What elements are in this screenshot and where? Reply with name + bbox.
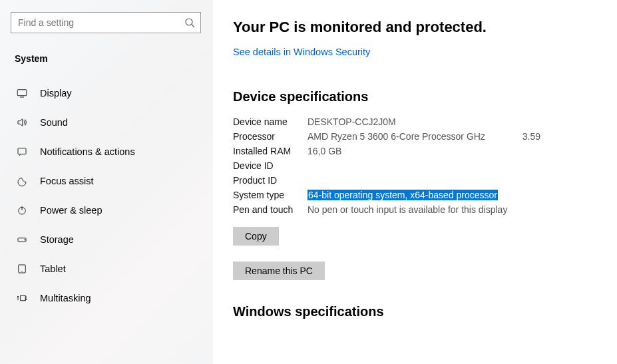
windows-security-link[interactable]: See details in Windows Security [233,47,370,57]
spec-label-device-name: Device name [233,116,308,127]
section-heading: System [15,53,202,64]
nav-label: Display [40,88,72,98]
power-icon [15,203,29,218]
svg-rect-5 [18,148,26,154]
settings-content: Your PC is monitored and protected. See … [213,0,617,364]
focus-assist-icon [15,174,29,188]
notifications-icon [15,144,29,159]
spec-extra-processor: 3.59 [501,131,540,142]
spec-value-ram: 16,0 GB [308,146,501,156]
tablet-icon [15,262,29,276]
spec-label-ram: Installed RAM [233,146,308,156]
search-container[interactable] [11,12,201,33]
spec-value-device-id [308,160,501,171]
nav-label: Focus assist [40,176,94,186]
svg-marker-4 [18,119,23,126]
spec-label-processor: Processor [233,131,308,142]
nav-item-multitasking[interactable]: Multitasking [11,283,202,313]
svg-rect-15 [21,295,26,301]
spec-value-processor: AMD Ryzen 5 3600 6-Core Processor GHz [308,131,501,142]
svg-point-0 [186,19,192,25]
nav-label: Notifications & actions [40,146,135,157]
settings-sidebar: System Display Sound Notifications & act… [0,0,213,364]
nav-label: Storage [40,234,74,245]
copy-button[interactable]: Copy [233,227,279,246]
spec-value-pen-touch: No pen or touch input is available for t… [308,204,540,215]
svg-point-9 [25,240,25,240]
rename-pc-button[interactable]: Rename this PC [233,262,325,280]
search-input[interactable] [17,17,184,29]
device-spec-heading: Device specifications [233,89,597,104]
svg-line-1 [192,25,194,27]
nav-item-focus-assist[interactable]: Focus assist [11,166,202,196]
svg-rect-2 [17,90,27,96]
nav-list: Display Sound Notifications & actions Fo… [11,79,202,313]
nav-item-display[interactable]: Display [11,79,202,108]
nav-item-tablet[interactable]: Tablet [11,254,202,283]
spec-value-system-type: 64-bit operating system, x64-based proce… [308,190,501,200]
nav-label: Multitasking [40,293,91,303]
nav-item-notifications[interactable]: Notifications & actions [11,137,202,166]
page-headline: Your PC is monitored and protected. [233,19,597,36]
nav-item-storage[interactable]: Storage [11,225,202,254]
spec-value-product-id [308,175,501,186]
spec-label-product-id: Product ID [233,175,308,186]
nav-item-sound[interactable]: Sound [11,108,202,137]
multitasking-icon [15,291,29,305]
device-spec-table: Device name DESKTOP-CCJ2J0M Processor AM… [233,116,597,215]
nav-label: Power & sleep [40,205,103,216]
nav-label: Tablet [40,264,66,274]
windows-spec-heading: Windows specifications [233,304,597,319]
spec-value-device-name: DESKTOP-CCJ2J0M [308,116,501,127]
spec-label-pen-touch: Pen and touch [233,204,308,215]
sound-icon [15,115,29,130]
spec-label-system-type: System type [233,190,308,200]
storage-icon [15,232,29,247]
nav-label: Sound [40,117,68,128]
display-icon [15,86,29,100]
nav-item-power-sleep[interactable]: Power & sleep [11,196,202,225]
spec-label-device-id: Device ID [233,160,308,171]
search-icon [184,17,195,28]
